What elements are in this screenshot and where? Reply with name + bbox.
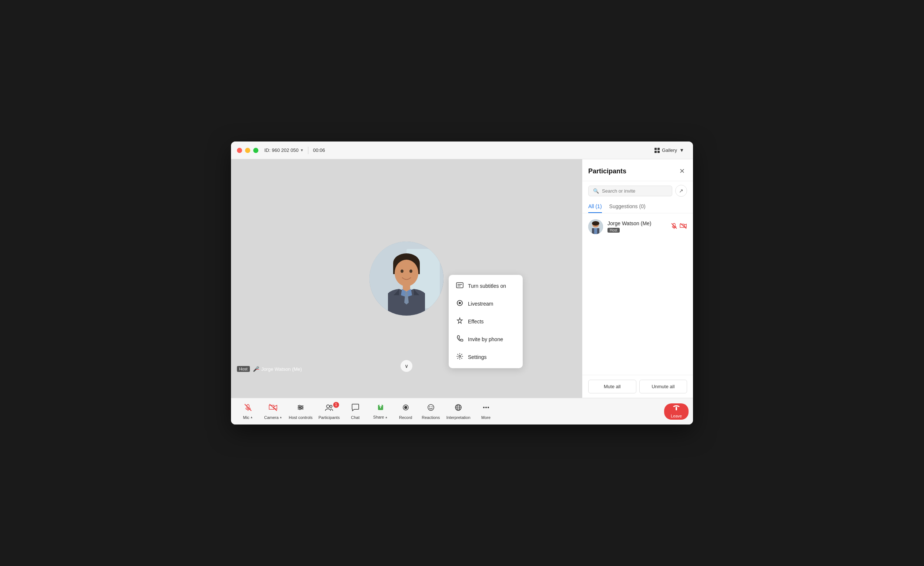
chevron-down-icon: ▼: [300, 148, 304, 152]
menu-item-livestream[interactable]: Livestream: [448, 295, 523, 313]
camera-label: Camera: [264, 415, 278, 420]
svg-point-17: [592, 221, 599, 226]
svg-point-36: [404, 406, 407, 409]
unmute-all-button[interactable]: Unmute all: [639, 380, 687, 393]
svg-point-6: [410, 269, 412, 273]
meeting-timer: 00:06: [313, 148, 325, 153]
share-button[interactable]: Share ▲: [368, 400, 393, 423]
effects-icon: [456, 317, 464, 326]
mic-icon: [244, 403, 252, 414]
svg-rect-48: [676, 407, 677, 410]
menu-item-settings[interactable]: Settings: [448, 348, 523, 366]
participant-list: Jorge Watson (Me) Host: [582, 213, 693, 375]
svg-point-32: [327, 405, 330, 408]
video-area: Host 🎤̶ Jorge Watson (Me) ∨: [231, 159, 582, 398]
mic-muted-icon: [671, 223, 678, 231]
phone-icon: [456, 335, 464, 344]
camera-icon: [269, 403, 278, 414]
minimize-button[interactable]: [245, 148, 250, 153]
host-name-label: 🎤̶ Jorge Watson (Me): [253, 366, 302, 372]
avatar-image: [369, 241, 444, 316]
search-input[interactable]: [602, 188, 668, 194]
participants-badge: 1: [333, 402, 339, 408]
svg-point-5: [400, 269, 404, 273]
mic-caret-icon: ▲: [250, 415, 253, 419]
participants-button[interactable]: Participants 1: [315, 400, 342, 423]
mic-button[interactable]: Mic ▲: [236, 400, 261, 423]
search-box[interactable]: 🔍: [588, 185, 672, 196]
close-panel-button[interactable]: ✕: [677, 166, 687, 176]
settings-icon: [456, 353, 464, 361]
popup-menu: Turn subtitles on Livestream: [448, 275, 523, 368]
livestream-label: Livestream: [468, 301, 493, 307]
camera-muted-icon: [680, 223, 687, 231]
record-label: Record: [399, 415, 412, 420]
participants-panel: Participants ✕ 🔍 ↗ All (1) Suggestions (…: [582, 159, 693, 398]
svg-point-46: [485, 407, 487, 408]
host-controls-button[interactable]: Host controls: [286, 400, 315, 423]
leave-icon: [672, 405, 680, 412]
svg-point-45: [483, 407, 484, 408]
zoom-window: ID: 960 202 050 ▼ 00:06 Gallery ▼: [231, 142, 693, 424]
share-caret-icon: ▲: [385, 415, 388, 419]
svg-point-47: [488, 407, 489, 408]
mute-all-button[interactable]: Mute all: [588, 380, 636, 393]
chat-label: Chat: [351, 415, 360, 420]
menu-item-effects[interactable]: Effects: [448, 313, 523, 330]
invite-share-button[interactable]: ↗: [675, 185, 687, 197]
gallery-icon: [654, 148, 660, 153]
camera-button[interactable]: Camera ▲: [261, 400, 286, 423]
livestream-icon: [456, 299, 464, 308]
more-button[interactable]: More: [474, 400, 499, 423]
svg-rect-8: [456, 283, 463, 288]
svg-point-12: [459, 302, 461, 304]
host-label-bar: Host 🎤̶ Jorge Watson (Me): [237, 366, 302, 372]
avatar: [588, 219, 603, 234]
interpretation-icon: [454, 403, 462, 414]
interpretation-button[interactable]: Interpretation: [444, 400, 474, 423]
share-icon: [376, 403, 385, 413]
participant-video: [369, 241, 444, 316]
record-button[interactable]: Record: [393, 400, 418, 423]
close-button[interactable]: [237, 148, 242, 153]
title-bar: ID: 960 202 050 ▼ 00:06 Gallery ▼: [231, 142, 693, 159]
svg-point-31: [299, 408, 301, 410]
svg-point-38: [429, 406, 430, 407]
reactions-button[interactable]: Reactions: [418, 400, 444, 423]
menu-item-subtitles[interactable]: Turn subtitles on: [448, 277, 523, 295]
chevron-down-icon: ▼: [679, 148, 684, 153]
meeting-id[interactable]: ID: 960 202 050 ▼: [264, 148, 303, 153]
host-controls-label: Host controls: [289, 415, 312, 420]
more-icon: [482, 403, 490, 414]
leave-button[interactable]: Leave: [664, 403, 688, 420]
avatar-image: [588, 219, 603, 234]
subtitles-icon: [456, 281, 464, 291]
menu-item-invite-phone[interactable]: Invite by phone: [448, 330, 523, 348]
subtitles-label: Turn subtitles on: [468, 283, 506, 289]
svg-point-29: [299, 405, 300, 407]
svg-point-37: [428, 405, 434, 410]
title-bar-right: Gallery ▼: [651, 146, 687, 155]
svg-point-4: [394, 260, 418, 286]
svg-marker-13: [457, 318, 462, 324]
reactions-icon: [427, 403, 435, 414]
host-controls-icon: [297, 403, 304, 414]
svg-point-14: [459, 355, 461, 357]
mic-label: Mic: [243, 415, 249, 420]
effects-label: Effects: [468, 319, 484, 325]
gallery-button[interactable]: Gallery ▼: [651, 146, 687, 155]
svg-point-33: [330, 405, 332, 408]
scroll-chevron[interactable]: ∨: [400, 360, 412, 372]
share-label: Share: [373, 415, 384, 419]
maximize-button[interactable]: [253, 148, 258, 153]
chat-button[interactable]: Chat: [343, 400, 368, 423]
leave-label: Leave: [671, 414, 682, 418]
mic-muted-icon: 🎤̶: [253, 366, 259, 372]
panel-header: Participants ✕: [582, 159, 693, 181]
participant-name: Jorge Watson (Me): [608, 220, 666, 226]
divider: [308, 147, 308, 154]
tab-all[interactable]: All (1): [588, 200, 602, 213]
host-badge: Host: [237, 366, 250, 372]
tab-suggestions[interactable]: Suggestions (0): [609, 200, 646, 213]
search-icon: 🔍: [593, 188, 599, 194]
